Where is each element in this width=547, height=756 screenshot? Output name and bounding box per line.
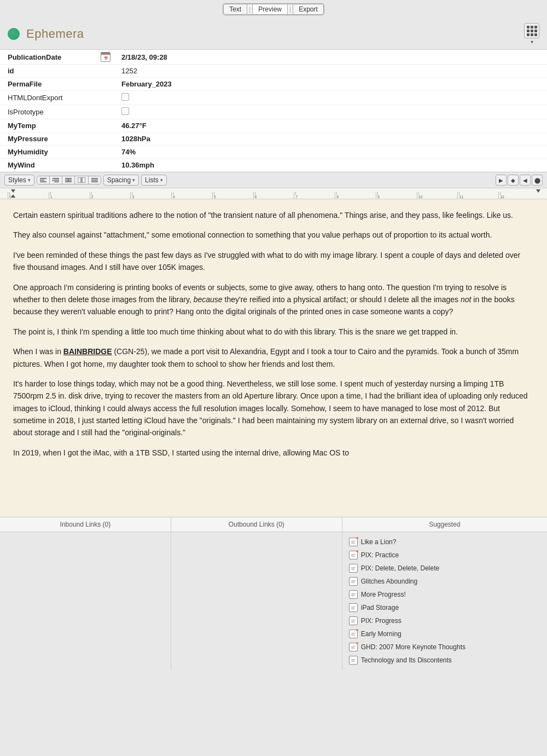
svg-rect-11 <box>82 177 85 183</box>
header-left: Ephemera <box>8 27 84 41</box>
stop-button[interactable]: ⬤ <box>532 175 543 186</box>
app-header: Ephemera ▾ <box>0 19 547 49</box>
field-label: MyPressure <box>0 132 98 146</box>
column-icon[interactable] <box>75 176 89 184</box>
metadata-table: PublicationDate 📅 2/18/23, 09:28 id 1252… <box>0 49 547 172</box>
suggested-item[interactable]: GHD: 2007 More Keynote Thoughts <box>346 640 544 654</box>
toolbar-left: Styles ▾ Spacing ▾ Lists <box>4 175 167 186</box>
chevron-down-icon: ▾ <box>160 177 163 183</box>
doc-icon <box>349 564 358 573</box>
suggested-item[interactable]: Like a Lion? <box>346 535 544 549</box>
inbound-body <box>0 532 171 539</box>
field-value: 2/18/23, 09:28 <box>114 50 547 65</box>
checkbox-htmldontexport[interactable] <box>121 93 129 101</box>
field-value: 1028hPa <box>114 132 547 146</box>
content-area[interactable]: Certain eastern spiritual traditions adh… <box>0 199 547 517</box>
field-value <box>114 91 547 105</box>
field-icon-cell: 📅 <box>98 50 114 65</box>
suggested-item-label: PIX: Progress <box>361 617 401 625</box>
indent-right-icon[interactable] <box>89 176 101 184</box>
format-icons-group <box>37 176 101 184</box>
styles-button[interactable]: Styles ▾ <box>4 175 34 186</box>
field-icon-cell <box>98 132 114 146</box>
header-right[interactable]: ▾ <box>524 23 539 45</box>
tab-export[interactable]: Export <box>293 4 324 15</box>
doc-icon <box>349 590 358 599</box>
doc-icon <box>349 630 358 638</box>
table-row: PermaFile February_2023 <box>0 78 547 91</box>
field-value: 46.27°F <box>114 119 547 132</box>
panel-suggested: Suggested Like a Lion?PIX: PracticePIX: … <box>342 517 547 670</box>
chevron-down-icon: ▾ <box>132 177 135 183</box>
tab-text[interactable]: Text <box>223 4 247 15</box>
field-value: 74% <box>114 146 547 159</box>
suggested-item-label: PIX: Practice <box>361 551 399 559</box>
suggested-item-label: More Progress! <box>361 591 406 598</box>
suggested-item[interactable]: More Progress! <box>346 588 544 601</box>
checkbox-isprototype[interactable] <box>121 107 129 115</box>
play-button[interactable]: ▶ <box>496 175 507 186</box>
align-left-icon[interactable] <box>37 176 50 184</box>
field-label: id <box>0 65 98 78</box>
text-style-icon[interactable] <box>62 176 75 184</box>
doc-icon <box>349 643 358 651</box>
indent-icon[interactable] <box>50 176 62 184</box>
chevron-down-icon[interactable]: ▾ <box>531 39 533 45</box>
suggested-header: Suggested <box>342 517 547 532</box>
outbound-header: Outbound Links (0) <box>171 517 342 532</box>
suggested-item-label: PIX: Delete, Delete, Delete <box>361 564 439 572</box>
field-label: MyHumidity <box>0 146 98 159</box>
lists-button[interactable]: Lists ▾ <box>141 175 167 186</box>
table-row: HTMLDontExport <box>0 91 547 105</box>
suggested-item[interactable]: iPad Storage <box>346 601 544 614</box>
table-row: IsPrototype <box>0 105 547 119</box>
notification-dot <box>356 629 358 631</box>
field-icon-cell <box>98 78 114 91</box>
paragraph-3: I've been reminded of these things the p… <box>13 249 534 274</box>
bainbridge-text: BAINBRIDGE <box>63 347 112 356</box>
field-icon-cell <box>98 119 114 132</box>
suggested-item[interactable]: Early Morning <box>346 627 544 640</box>
skip-back-button[interactable]: ◀ <box>520 175 531 186</box>
svg-rect-10 <box>78 177 81 183</box>
panel-outbound: Outbound Links (0) <box>171 517 342 670</box>
table-row: MyWind 10.36mph <box>0 159 547 172</box>
field-icon-cell <box>98 159 114 172</box>
field-icon-cell <box>98 146 114 159</box>
panel-inbound: Inbound Links (0) <box>0 517 171 670</box>
suggested-item-label: iPad Storage <box>361 604 399 611</box>
suggested-body: Like a Lion?PIX: PracticePIX: Delete, De… <box>342 532 547 670</box>
field-label: MyWind <box>0 159 98 172</box>
suggested-item-label: GHD: 2007 More Keynote Thoughts <box>361 643 465 651</box>
suggested-item[interactable]: Glitches Abounding <box>346 575 544 588</box>
notification-dot <box>356 642 358 644</box>
paragraph-4: One approach I'm considering is printing… <box>13 281 534 318</box>
app-dot <box>8 28 20 40</box>
field-value: February_2023 <box>114 78 547 91</box>
suggested-item[interactable]: PIX: Progress <box>346 614 544 627</box>
table-row: MyTemp 46.27°F <box>0 119 547 132</box>
spacing-button[interactable]: Spacing ▾ <box>103 175 139 186</box>
doc-icon <box>349 656 358 665</box>
suggested-item[interactable]: PIX: Practice <box>346 549 544 562</box>
doc-icon <box>349 577 358 586</box>
diamond-button[interactable]: ◆ <box>508 175 519 186</box>
outbound-body <box>171 532 342 539</box>
suggested-item-label: Early Morning <box>361 630 401 638</box>
field-label: PermaFile <box>0 78 98 91</box>
suggested-item[interactable]: Technology and Its Discontents <box>346 654 544 667</box>
field-label: MyTemp <box>0 119 98 132</box>
grid-icon[interactable] <box>524 23 539 38</box>
chevron-down-icon: ▾ <box>28 177 31 183</box>
field-icon-cell <box>98 91 114 105</box>
field-label: IsPrototype <box>0 105 98 119</box>
tab-preview[interactable]: Preview <box>252 4 288 15</box>
inbound-header: Inbound Links (0) <box>0 517 171 532</box>
italic-text: because <box>194 295 223 304</box>
tab-separator2: | <box>288 4 293 15</box>
table-row: MyHumidity 74% <box>0 146 547 159</box>
doc-icon <box>349 616 358 625</box>
paragraph-2: They also counsel against "attachment," … <box>13 229 534 241</box>
paragraph-6: When I was in BAINBRIDGE (CGN-25), we ma… <box>13 345 534 370</box>
suggested-item[interactable]: PIX: Delete, Delete, Delete <box>346 562 544 575</box>
